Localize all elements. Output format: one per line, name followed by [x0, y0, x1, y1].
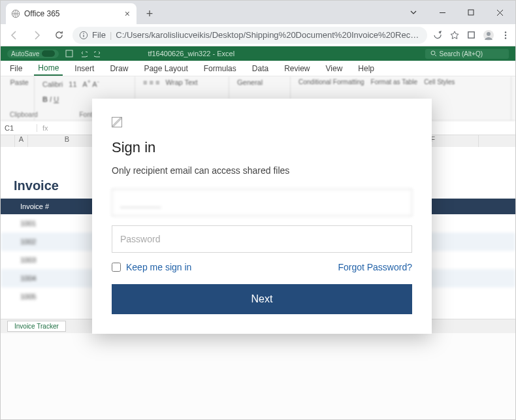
- share-icon[interactable]: [432, 30, 443, 40]
- autosave-toggle[interactable]: AutoSave: [7, 50, 59, 58]
- forward-button[interactable]: [28, 27, 45, 44]
- undo-icon[interactable]: [80, 50, 88, 57]
- password-field[interactable]: [112, 225, 412, 253]
- sheet-tab[interactable]: Invoice Tracker: [7, 321, 66, 332]
- next-button[interactable]: Next: [112, 284, 412, 314]
- tab-view[interactable]: View: [322, 62, 347, 75]
- new-tab-button[interactable]: +: [140, 5, 159, 23]
- svg-point-13: [431, 51, 435, 55]
- maximize-icon[interactable]: [458, 3, 484, 22]
- signin-heading: Sign in: [112, 139, 412, 156]
- excel-doc-title: tf16400626_win322 - Excel: [148, 50, 234, 57]
- reload-button[interactable]: [50, 27, 67, 44]
- svg-rect-2: [468, 10, 474, 15]
- tab-insert[interactable]: Insert: [71, 62, 98, 75]
- redo-icon[interactable]: [94, 50, 102, 57]
- window-controls: [400, 1, 515, 24]
- profile-icon[interactable]: [483, 29, 494, 41]
- tab-formulas[interactable]: Formulas: [200, 62, 240, 75]
- keep-signed-in[interactable]: Keep me sign in: [112, 262, 191, 272]
- tab-file[interactable]: File: [6, 62, 26, 75]
- forgot-password-link[interactable]: Forgot Password?: [338, 262, 412, 272]
- svg-point-11: [505, 37, 506, 39]
- excel-search[interactable]: Search (Alt+Q): [425, 49, 509, 59]
- excel-ribbon-tabs: File Home Insert Draw Page Layout Formul…: [1, 61, 515, 76]
- tab-page-layout[interactable]: Page Layout: [140, 62, 191, 75]
- keep-checkbox[interactable]: [112, 263, 121, 272]
- close-window-icon[interactable]: [487, 3, 513, 22]
- svg-line-14: [435, 55, 436, 56]
- tab-data[interactable]: Data: [248, 62, 272, 75]
- url-text: C:/Users/karolisliucveikis/Desktop/Shipp…: [116, 30, 421, 40]
- minimize-icon[interactable]: [429, 3, 455, 22]
- signin-modal: Sign in Only recipient email can access …: [92, 99, 432, 334]
- save-icon[interactable]: [65, 50, 73, 57]
- back-button[interactable]: [6, 27, 23, 44]
- url-field[interactable]: File | C:/Users/karolisliucveikis/Deskto…: [73, 27, 427, 44]
- tab-draw[interactable]: Draw: [106, 62, 132, 75]
- signin-subtext: Only recipient email can access shared f…: [112, 165, 412, 176]
- tab-help[interactable]: Help: [354, 62, 378, 75]
- svg-point-9: [505, 31, 506, 33]
- menu-icon[interactable]: [501, 31, 510, 40]
- paste-button[interactable]: Paste: [10, 78, 29, 86]
- tab-review[interactable]: Review: [280, 62, 314, 75]
- tab-title: Office 365: [24, 9, 59, 18]
- extensions-icon[interactable]: [466, 30, 476, 40]
- email-field[interactable]: [112, 189, 412, 216]
- info-icon: [79, 31, 88, 40]
- cell-reference[interactable]: C1: [1, 124, 37, 132]
- globe-icon: [11, 9, 20, 18]
- browser-chrome: Office 365 × + File | C:/Users/karolisli…: [1, 1, 515, 46]
- tab-bar: Office 365 × +: [1, 1, 515, 24]
- browser-tab[interactable]: Office 365 ×: [6, 3, 137, 24]
- address-bar: File | C:/Users/karolisliucveikis/Deskto…: [1, 24, 515, 46]
- star-icon[interactable]: [449, 30, 460, 40]
- excel-titlebar: AutoSave tf16400626_win322 - Excel Searc…: [1, 46, 515, 61]
- close-tab-icon[interactable]: ×: [125, 9, 130, 18]
- svg-point-10: [505, 34, 506, 35]
- search-icon: [430, 50, 437, 57]
- tab-home[interactable]: Home: [34, 61, 63, 76]
- svg-rect-12: [66, 50, 73, 57]
- broken-image-icon: [112, 117, 122, 127]
- svg-rect-6: [468, 32, 474, 38]
- chevron-down-icon[interactable]: [400, 3, 427, 22]
- svg-point-5: [83, 33, 84, 34]
- url-scheme: File: [92, 30, 106, 40]
- svg-point-8: [487, 32, 491, 36]
